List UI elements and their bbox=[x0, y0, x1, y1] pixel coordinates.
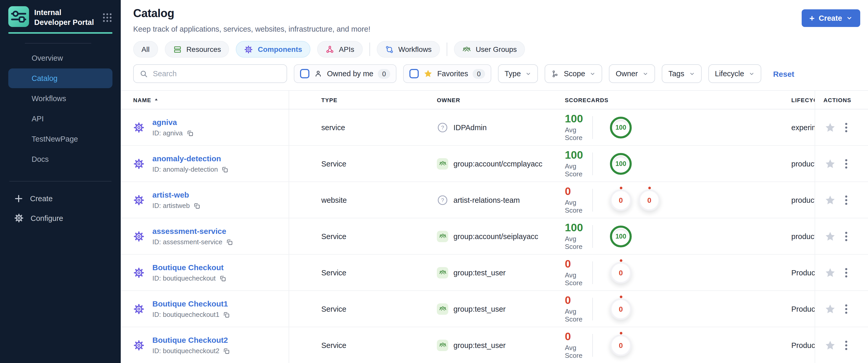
scorecard-rings: 0 bbox=[610, 334, 632, 356]
create-button[interactable]: + Create bbox=[802, 9, 860, 27]
plus-icon bbox=[14, 194, 23, 203]
sidebar-configure-button[interactable]: Configure bbox=[0, 208, 121, 228]
row-menu-kebab-icon[interactable] bbox=[844, 194, 848, 206]
scorecard-ring[interactable]: 0 bbox=[639, 189, 660, 211]
owned-by-me-checkbox[interactable] bbox=[300, 69, 309, 78]
favorites-filter[interactable]: Favorites 0 bbox=[403, 64, 491, 83]
component-gear-icon bbox=[133, 231, 145, 242]
scorecard-ring[interactable]: 100 bbox=[610, 225, 632, 247]
type-cell: Service bbox=[289, 232, 437, 241]
row-menu-kebab-icon[interactable] bbox=[844, 339, 848, 351]
scorecard-rings: 100 bbox=[610, 116, 632, 138]
tab-components[interactable]: Components bbox=[236, 41, 310, 58]
copy-icon[interactable] bbox=[186, 129, 193, 137]
owned-by-me-count: 0 bbox=[378, 69, 390, 79]
owner-cell: ? artist-relations-team bbox=[437, 194, 565, 206]
tab-resources[interactable]: Resources bbox=[164, 41, 229, 58]
favorites-count: 0 bbox=[473, 69, 485, 79]
favorite-star-icon[interactable] bbox=[825, 194, 836, 206]
scorecard-ring[interactable]: 0 bbox=[610, 334, 632, 356]
sidebar-create-button[interactable]: Create bbox=[0, 188, 121, 208]
brand: Internal Developer Portal bbox=[0, 0, 121, 32]
owner-name: group:account/ccmplayacc bbox=[454, 159, 542, 168]
avg-score-value: 0 bbox=[565, 258, 592, 269]
owned-by-me-filter[interactable]: Owned by me 0 bbox=[294, 64, 396, 83]
sidebar-item-workflows[interactable]: Workflows bbox=[8, 88, 113, 108]
favorite-star-icon[interactable] bbox=[825, 158, 836, 169]
entity-name-link[interactable]: Boutique Checkout bbox=[152, 263, 226, 272]
entity-name-link[interactable]: Boutique Checkout2 bbox=[152, 335, 230, 344]
scorecards-cell: 0 Avg Score 00 bbox=[565, 186, 791, 214]
avg-score-label: Avg Score bbox=[565, 162, 592, 178]
favorite-star-icon[interactable] bbox=[825, 122, 836, 133]
entity-name-link[interactable]: assessment-service bbox=[152, 226, 233, 236]
owner-dropdown[interactable]: Owner bbox=[609, 64, 655, 83]
search-input[interactable] bbox=[153, 69, 281, 78]
sidebar-item-catalog[interactable]: Catalog bbox=[8, 68, 113, 88]
row-menu-kebab-icon[interactable] bbox=[844, 122, 848, 133]
row-menu-kebab-icon[interactable] bbox=[844, 303, 848, 314]
sidebar-item-testnewpage[interactable]: TestNewPage bbox=[8, 129, 113, 149]
owner-name: group:test_user bbox=[454, 268, 506, 277]
tab-apis[interactable]: APIs bbox=[317, 41, 363, 58]
owner-name: IDPAdmin bbox=[454, 123, 487, 131]
entity-id: ID: anomaly-detection bbox=[152, 165, 229, 173]
row-menu-kebab-icon[interactable] bbox=[844, 267, 848, 278]
column-header-type: TYPE bbox=[289, 91, 437, 109]
scorecard-ring[interactable]: 0 bbox=[610, 298, 632, 320]
sidebar-create-label: Create bbox=[30, 194, 53, 203]
row-menu-kebab-icon[interactable] bbox=[844, 231, 848, 242]
actions-cell bbox=[815, 254, 868, 291]
tab-all[interactable]: All bbox=[133, 41, 158, 58]
scorecard-ring[interactable]: 100 bbox=[610, 153, 632, 175]
copy-icon[interactable] bbox=[193, 202, 201, 209]
favorite-star-icon[interactable] bbox=[825, 267, 836, 278]
copy-icon[interactable] bbox=[223, 347, 230, 355]
sidebar: Internal Developer Portal Overview Catal… bbox=[0, 0, 121, 363]
name-cell: assessment-service ID: assessment-servic… bbox=[121, 218, 289, 254]
column-header-name[interactable]: NAME bbox=[121, 91, 289, 109]
scorecards-cell: 0 Avg Score 0 bbox=[565, 331, 791, 359]
favorites-checkbox[interactable] bbox=[409, 69, 418, 78]
copy-icon[interactable] bbox=[226, 238, 233, 246]
reset-filters-link[interactable]: Reset bbox=[773, 69, 795, 78]
type-dropdown[interactable]: Type bbox=[498, 64, 538, 83]
scorecard-ring[interactable]: 0 bbox=[610, 262, 632, 283]
entity-name-link[interactable]: Boutique Checkout1 bbox=[152, 299, 230, 308]
apps-grid-icon[interactable] bbox=[102, 12, 113, 23]
name-cell: agniva ID: agniva bbox=[121, 110, 289, 145]
scorecard-ring[interactable]: 100 bbox=[610, 116, 632, 138]
entity-name-link[interactable]: anomaly-detection bbox=[152, 154, 229, 163]
component-gear-icon bbox=[133, 158, 145, 169]
copy-icon[interactable] bbox=[219, 275, 226, 282]
favorite-star-icon[interactable] bbox=[825, 339, 836, 351]
tab-workflows[interactable]: Workflows bbox=[376, 41, 440, 58]
owner-question-icon: ? bbox=[437, 194, 448, 206]
entity-id: ID: boutiquecheckout bbox=[152, 274, 226, 282]
favorite-star-icon[interactable] bbox=[825, 303, 836, 314]
avg-score-value: 100 bbox=[565, 222, 592, 233]
scope-dropdown[interactable]: Scope bbox=[545, 64, 602, 83]
tags-dropdown[interactable]: Tags bbox=[662, 64, 702, 83]
table-body: agniva ID: agniva service ? bbox=[121, 110, 868, 363]
tab-user-groups[interactable]: User Groups bbox=[454, 41, 525, 58]
sidebar-item-overview[interactable]: Overview bbox=[8, 48, 113, 68]
avg-score: 0 Avg Score bbox=[565, 258, 592, 287]
actions-cell bbox=[815, 110, 868, 145]
components-gear-icon bbox=[244, 45, 253, 54]
scorecard-ring[interactable]: 0 bbox=[610, 189, 632, 211]
avg-score: 100 Avg Score bbox=[565, 222, 592, 250]
copy-icon[interactable] bbox=[221, 166, 229, 173]
sidebar-item-api[interactable]: API bbox=[8, 109, 113, 128]
favorite-star-icon[interactable] bbox=[825, 231, 836, 242]
row-menu-kebab-icon[interactable] bbox=[844, 158, 848, 169]
page-title: Catalog bbox=[133, 7, 371, 20]
entity-name-link[interactable]: agniva bbox=[152, 118, 193, 126]
avg-score: 0 Avg Score bbox=[565, 331, 592, 359]
entity-name-link[interactable]: artist-web bbox=[152, 190, 201, 199]
copy-icon[interactable] bbox=[223, 311, 230, 318]
scorecard-rings: 0 bbox=[610, 298, 632, 320]
sidebar-item-docs[interactable]: Docs bbox=[8, 149, 113, 169]
avg-score-label: Avg Score bbox=[565, 199, 592, 214]
lifecycle-dropdown[interactable]: Lifecycle bbox=[708, 64, 761, 83]
